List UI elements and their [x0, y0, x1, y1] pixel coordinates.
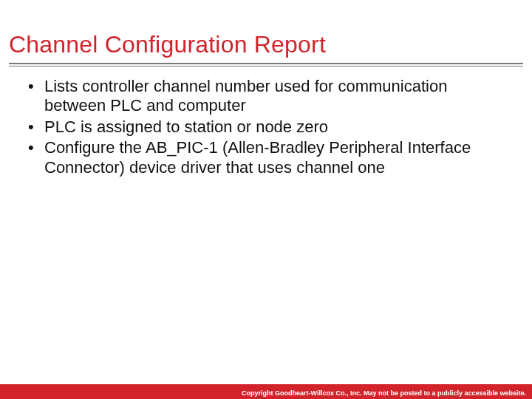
- divider-thick: [9, 63, 523, 64]
- bullet-list: Lists controller channel number used for…: [24, 77, 508, 177]
- body-content: Lists controller channel number used for…: [0, 66, 532, 177]
- slide-title: Channel Configuration Report: [9, 31, 523, 58]
- footer-bar: Copyright Goodheart-Willcox Co., Inc. Ma…: [0, 384, 532, 399]
- list-item: PLC is assigned to station or node zero: [24, 117, 508, 137]
- list-item: Configure the AB_PIC-1 (Allen-Bradley Pe…: [24, 138, 508, 177]
- title-block: Channel Configuration Report: [0, 0, 532, 58]
- title-underline: [0, 58, 532, 66]
- slide: Channel Configuration Report Lists contr…: [0, 0, 532, 399]
- copyright-text: Copyright Goodheart-Willcox Co., Inc. Ma…: [242, 389, 526, 397]
- list-item: Lists controller channel number used for…: [24, 77, 508, 116]
